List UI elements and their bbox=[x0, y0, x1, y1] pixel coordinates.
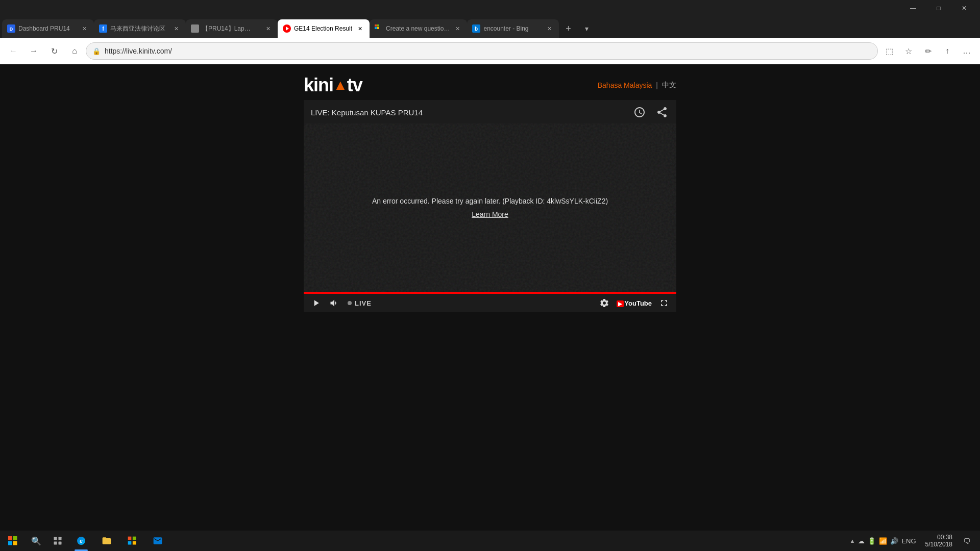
tab-close-2[interactable]: ✕ bbox=[172, 24, 181, 33]
video-progress-bar[interactable] bbox=[304, 292, 676, 294]
taskbar-mail[interactable] bbox=[145, 531, 170, 551]
video-top-bar: LIVE: Keputusan KUPAS PRU14 bbox=[304, 100, 676, 123]
title-bar: — □ ✕ bbox=[0, 0, 980, 16]
logo-kini: kini bbox=[304, 74, 333, 95]
toolbar-icons: ⬚ ☆ ✏ ↑ … bbox=[880, 42, 976, 60]
tab-title-2: 马来西亚法律讨论区 bbox=[110, 24, 168, 33]
video-area[interactable]: An error occurred. Please try again late… bbox=[304, 123, 676, 292]
tray-volume-icon[interactable]: 🔊 bbox=[890, 537, 898, 545]
tab-malaysia-law[interactable]: f 马来西亚法律讨论区 ✕ bbox=[94, 19, 186, 38]
settings-icon[interactable]: … bbox=[958, 42, 976, 60]
svg-rect-21 bbox=[128, 537, 132, 540]
address-box[interactable]: 🔒 https://live.kinitv.com/ bbox=[86, 42, 878, 60]
taskbar-edge[interactable]: e bbox=[68, 531, 94, 551]
tray-lang-label[interactable]: ENG bbox=[901, 537, 916, 545]
progress-bar-fill bbox=[304, 292, 676, 294]
search-button[interactable]: 🔍 bbox=[26, 531, 47, 551]
logo-flame-icon: ▲ bbox=[333, 77, 347, 93]
tab-close-6[interactable]: ✕ bbox=[545, 24, 554, 33]
tab-ge14-election[interactable]: GE14 Election Result ✕ bbox=[278, 19, 370, 38]
lang-links: Bahasa Malaysia | 中文 bbox=[598, 81, 676, 90]
tab-favicon-3 bbox=[191, 24, 199, 33]
tab-title-4: GE14 Election Result bbox=[294, 25, 352, 32]
fullscreen-button[interactable] bbox=[659, 298, 669, 308]
tab-title-5: Create a new questio… bbox=[386, 25, 450, 32]
svg-rect-7 bbox=[375, 24, 377, 27]
live-label: LIVE bbox=[355, 299, 372, 307]
svg-text:b: b bbox=[475, 26, 478, 32]
controls-right: ▶YouTube bbox=[599, 298, 669, 308]
tab-pru14-lap[interactable]: 【PRU14】Lap… ✕ bbox=[186, 19, 278, 38]
reader-view-icon[interactable]: ⬚ bbox=[880, 42, 898, 60]
svg-rect-23 bbox=[128, 541, 132, 545]
tab-close-5[interactable]: ✕ bbox=[453, 24, 462, 33]
tray-network-icon[interactable]: 📶 bbox=[879, 537, 887, 545]
tab-close-4[interactable]: ✕ bbox=[355, 24, 364, 33]
tab-close-1[interactable]: ✕ bbox=[80, 24, 89, 33]
svg-rect-20 bbox=[59, 542, 62, 545]
lang-divider: | bbox=[656, 81, 658, 89]
close-button[interactable]: ✕ bbox=[952, 0, 976, 16]
svg-rect-17 bbox=[54, 537, 57, 540]
minimize-button[interactable]: — bbox=[901, 0, 925, 16]
clock-area[interactable]: 00:38 5/10/2018 bbox=[921, 531, 957, 551]
svg-rect-24 bbox=[133, 541, 136, 545]
logo-tv: tv bbox=[347, 74, 362, 95]
maximize-button[interactable]: □ bbox=[927, 0, 950, 16]
edge-icon: e bbox=[77, 537, 85, 545]
tab-bing-encounter[interactable]: b encounter - Bing ✕ bbox=[467, 19, 559, 38]
live-indicator: LIVE bbox=[348, 299, 372, 307]
address-text: https://live.kinitv.com/ bbox=[105, 47, 871, 55]
taskbar: 🔍 e bbox=[0, 531, 980, 551]
system-tray: ▲ ☁ 🔋 📶 🔊 ENG bbox=[846, 531, 920, 551]
tab-dashboard-pru14[interactable]: D Dashboard PRU14 ✕ bbox=[2, 19, 94, 38]
video-error-overlay: An error occurred. Please try again late… bbox=[304, 123, 676, 292]
tray-cloud-icon[interactable]: ☁ bbox=[858, 537, 865, 545]
watch-later-icon[interactable] bbox=[632, 105, 647, 119]
window-controls: — □ ✕ bbox=[901, 0, 976, 16]
lang-chinese[interactable]: 中文 bbox=[662, 81, 676, 90]
tab-title-1: Dashboard PRU14 bbox=[18, 25, 77, 32]
start-button[interactable] bbox=[0, 531, 26, 551]
taskbar-file-explorer[interactable] bbox=[94, 531, 119, 551]
svg-text:f: f bbox=[102, 26, 104, 32]
live-dot bbox=[348, 301, 352, 305]
video-player: LIVE: Keputusan KUPAS PRU14 An error occ… bbox=[304, 100, 676, 312]
video-top-icons bbox=[632, 105, 669, 119]
taskbar-store[interactable] bbox=[119, 531, 145, 551]
favorites-icon[interactable]: ☆ bbox=[899, 42, 918, 60]
share-video-icon[interactable] bbox=[655, 105, 669, 119]
new-tab-button[interactable]: + bbox=[559, 19, 577, 38]
refresh-button[interactable]: ↻ bbox=[45, 42, 63, 60]
svg-text:D: D bbox=[10, 27, 13, 32]
clock-date: 5/10/2018 bbox=[925, 541, 952, 548]
tab-overflow-button[interactable]: ▾ bbox=[577, 19, 596, 38]
learn-more-link[interactable]: Learn More bbox=[472, 210, 508, 218]
tab-close-3[interactable]: ✕ bbox=[263, 24, 273, 33]
svg-rect-9 bbox=[375, 27, 377, 29]
error-text: An error occurred. Please try again late… bbox=[372, 197, 608, 205]
notes-icon[interactable]: ✏ bbox=[919, 42, 937, 60]
player-controls: LIVE ▶YouTube bbox=[304, 294, 676, 312]
notification-button[interactable]: 🗨 bbox=[958, 531, 976, 551]
volume-button[interactable] bbox=[329, 298, 339, 308]
tray-battery-icon[interactable]: 🔋 bbox=[868, 537, 876, 545]
home-button[interactable]: ⌂ bbox=[65, 42, 84, 60]
settings-button[interactable] bbox=[599, 298, 609, 308]
tray-expand-arrow[interactable]: ▲ bbox=[850, 538, 855, 544]
taskbar-left: 🔍 e bbox=[0, 531, 170, 551]
svg-rect-16 bbox=[13, 541, 17, 545]
lang-bahasa-malaysia[interactable]: Bahasa Malaysia bbox=[598, 81, 652, 89]
play-button[interactable] bbox=[311, 298, 321, 308]
svg-rect-13 bbox=[8, 536, 12, 540]
task-view-button[interactable] bbox=[47, 531, 68, 551]
tab-title-6: encounter - Bing bbox=[483, 25, 542, 32]
svg-rect-15 bbox=[8, 541, 12, 545]
forward-button[interactable]: → bbox=[24, 42, 43, 60]
kinitv-logo: kini▲tv bbox=[304, 74, 362, 96]
back-button[interactable]: ← bbox=[4, 42, 22, 60]
tab-favicon-2: f bbox=[99, 24, 107, 33]
tab-create-question[interactable]: Create a new questio… ✕ bbox=[370, 19, 467, 38]
svg-rect-22 bbox=[133, 537, 136, 540]
share-icon[interactable]: ↑ bbox=[938, 42, 957, 60]
